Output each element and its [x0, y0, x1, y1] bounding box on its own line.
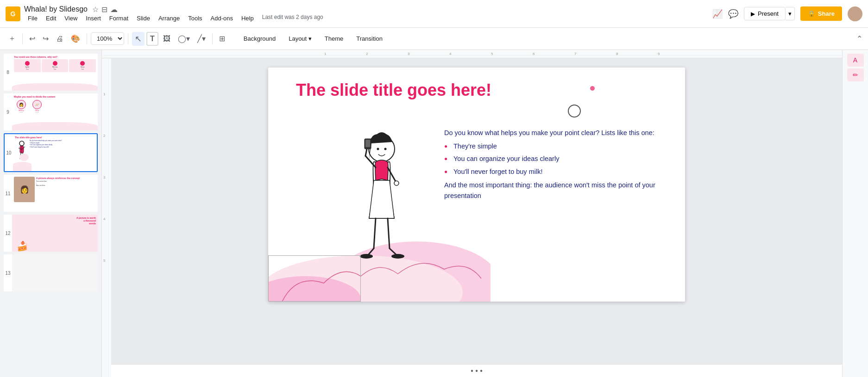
title-meta: Whala! by Slidesgo ☆ ⊟ ☁ File Edit View …: [24, 5, 323, 23]
slide-preview-13: [12, 254, 98, 291]
dots-icon[interactable]: • • •: [471, 367, 483, 375]
add-button[interactable]: ＋: [6, 32, 19, 45]
collapse-toolbar-button[interactable]: ⌃: [856, 34, 862, 43]
slide-thumb-9[interactable]: 9 Maybe you need to divide the content 👩…: [4, 93, 98, 130]
slide-preview-9: Maybe you need to divide the content 👩 M…: [12, 93, 98, 130]
canvas-area: 1 2 3 4 5 6 7 8 9 1 2 3 4: [102, 50, 842, 377]
tab-theme[interactable]: Theme: [318, 32, 350, 45]
text-tool[interactable]: T: [146, 32, 158, 46]
share-button[interactable]: 🔒 Share: [800, 6, 842, 21]
slide-canvas: The slide title goes here!: [268, 68, 685, 302]
svg-text:2: 2: [366, 52, 368, 56]
menu-slide[interactable]: Slide: [133, 14, 154, 23]
separator-2: [87, 33, 87, 44]
right-panel-btn-1[interactable]: A: [847, 54, 864, 67]
slide-body[interactable]: Do you know what helps you make your poi…: [444, 128, 662, 201]
menu-addons[interactable]: Add-ons: [207, 14, 237, 23]
slide-num-8: 8: [4, 54, 12, 91]
svg-text:2: 2: [103, 134, 106, 138]
menu-format[interactable]: Format: [106, 14, 132, 23]
tab-transition[interactable]: Transition: [350, 32, 389, 45]
line-tool[interactable]: ╱▾: [195, 32, 208, 45]
canvas-scroll[interactable]: The slide title goes here!: [111, 58, 842, 377]
menu-tools[interactable]: Tools: [184, 14, 206, 23]
main-area: 8 You could use three columns, why not? …: [0, 50, 868, 377]
svg-rect-10: [102, 50, 842, 58]
share-lock-icon: 🔒: [808, 10, 815, 17]
toolbar: ＋ ↩ ↪ 🖨 🎨 100% 75% 50% 150% ↖ T 🖼 ◯▾ ╱▾ …: [0, 28, 868, 50]
slide-thumb-10[interactable]: 10 The slide title goes here!: [4, 133, 98, 172]
share-label: Share: [818, 10, 835, 17]
redo-button[interactable]: ↪: [40, 32, 51, 45]
slide-thumb-11[interactable]: 11 👩 A picture always reinforces the con…: [4, 175, 98, 212]
user-avatar[interactable]: [848, 6, 862, 21]
separator-4: [212, 33, 213, 44]
present-dropdown[interactable]: ▾: [786, 7, 795, 20]
title-right: 📈 💬 ▶ Present ▾ 🔒 Share: [712, 6, 862, 21]
slide-intro: Do you know what helps you make your poi…: [444, 129, 654, 136]
svg-text:4: 4: [449, 52, 452, 56]
menu-bar: File Edit View Insert Format Slide Arran…: [24, 14, 323, 23]
menu-file[interactable]: File: [24, 14, 41, 23]
slide-preview-10: The slide title goes here!: [13, 134, 97, 171]
svg-text:5: 5: [491, 52, 493, 56]
paint-button[interactable]: 🎨: [68, 32, 83, 45]
svg-text:5: 5: [103, 259, 106, 263]
svg-point-44: [360, 254, 373, 259]
cursor-tool[interactable]: ↖: [132, 32, 145, 46]
image-tool[interactable]: 🖼: [160, 33, 173, 45]
svg-point-9: [19, 154, 29, 161]
comment-icon[interactable]: 💬: [728, 9, 738, 19]
svg-point-39: [394, 181, 399, 185]
svg-line-40: [374, 218, 376, 248]
slide-preview-12: 🍰 A picture is worth a thousand words: [12, 215, 98, 252]
slide-num-13: 13: [4, 254, 12, 291]
svg-text:3: 3: [103, 175, 106, 179]
canvas-row: 1 2 3 4 5 The slide title goes here!: [102, 58, 842, 377]
deco-circle-outline: [568, 105, 581, 117]
star-icon[interactable]: ☆: [92, 5, 99, 14]
slide-thumb-8[interactable]: 8 You could use three columns, why not? …: [4, 54, 98, 91]
bullet-3: You'll never forget to buy milk!: [444, 167, 662, 177]
svg-point-1: [849, 16, 861, 21]
slide-title[interactable]: The slide title goes here!: [296, 80, 491, 100]
menu-view[interactable]: View: [61, 14, 81, 23]
app-title: Whala! by Slidesgo: [24, 5, 88, 13]
title-name-row: Whala! by Slidesgo ☆ ⊟ ☁: [24, 5, 323, 14]
menu-insert[interactable]: Insert: [82, 14, 105, 23]
menu-arrange[interactable]: Arrange: [155, 14, 183, 23]
slide-num-9: 9: [4, 93, 12, 130]
ruler-horizontal: 1 2 3 4 5 6 7 8 9: [102, 50, 842, 58]
cloud-icon[interactable]: ☁: [110, 5, 118, 14]
slide-num-11: 11: [4, 175, 12, 212]
bullet-list: They're simple You can organize your ide…: [444, 141, 662, 177]
tab-background[interactable]: Background: [237, 32, 282, 45]
bottom-bar: • • •: [111, 364, 842, 377]
svg-text:1: 1: [103, 92, 106, 96]
folder-icon[interactable]: ⊟: [101, 5, 107, 14]
zoom-select[interactable]: 100% 75% 50% 150%: [91, 32, 124, 45]
present-label: Present: [758, 10, 779, 17]
menu-edit[interactable]: Edit: [42, 14, 60, 23]
slide-thumb-12[interactable]: 12 🍰 A picture is worth a thousand words: [4, 215, 98, 252]
svg-point-32: [377, 148, 379, 150]
slide-conclusion: And the most important thing: the audien…: [444, 181, 655, 199]
separator-1: [22, 33, 23, 44]
slide-thumb-13[interactable]: 13: [4, 254, 98, 291]
activity-icon[interactable]: 📈: [712, 9, 723, 19]
undo-button[interactable]: ↩: [26, 32, 38, 45]
svg-text:4: 4: [103, 217, 106, 221]
title-bar: G Whala! by Slidesgo ☆ ⊟ ☁ File Edit Vie…: [0, 0, 868, 28]
bullet-1: They're simple: [444, 141, 662, 152]
shape-tool[interactable]: ◯▾: [175, 32, 193, 45]
right-panel-btn-2[interactable]: ✏: [847, 68, 864, 81]
tab-layout[interactable]: Layout ▾: [282, 32, 318, 45]
present-button[interactable]: ▶ Present: [744, 7, 786, 20]
print-button[interactable]: 🖨: [53, 33, 66, 45]
menu-help[interactable]: Help: [238, 14, 258, 23]
ruler-vertical: 1 2 3 4 5: [102, 58, 111, 377]
align-button[interactable]: ⊞: [216, 32, 228, 45]
present-icon: ▶: [751, 11, 755, 17]
svg-line-42: [388, 218, 390, 248]
app-icon: G: [6, 6, 20, 21]
